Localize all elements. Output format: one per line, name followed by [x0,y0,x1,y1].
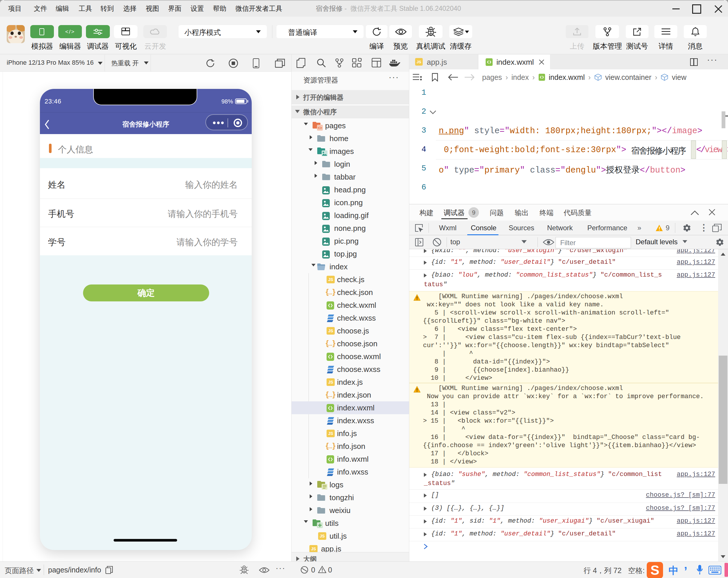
svg-text:<>: <> [317,126,322,130]
